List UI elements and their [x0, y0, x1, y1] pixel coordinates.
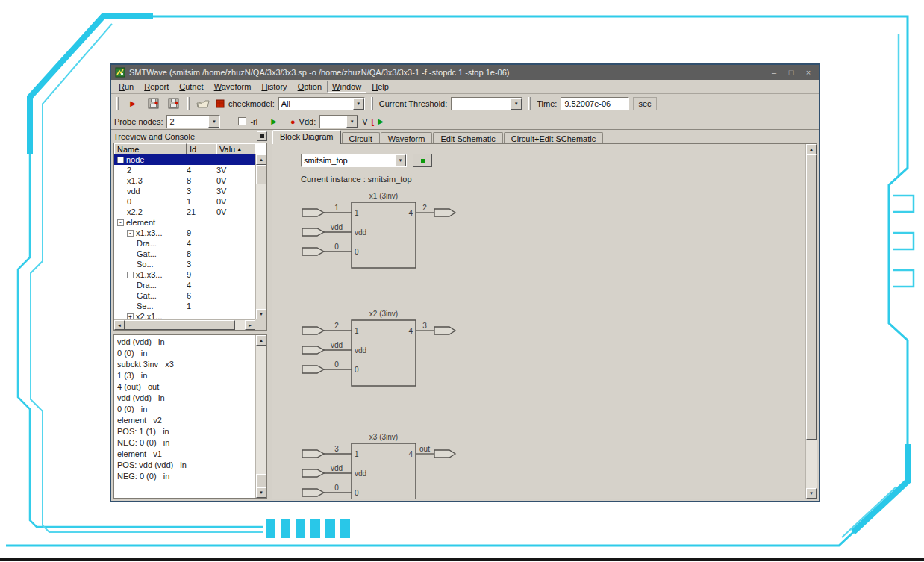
scroll-left-icon[interactable]: ◄	[114, 320, 125, 330]
collapse-icon[interactable]: -	[127, 230, 134, 237]
svg-text:4: 4	[408, 450, 413, 458]
instance-go-button[interactable]	[413, 154, 432, 167]
time-field[interactable]: 9.52007e-06	[561, 97, 629, 110]
block-x1[interactable]: x1 (3inv)11vddvdd0042	[298, 192, 463, 269]
probe-nodes-select[interactable]: 2 ▼	[166, 115, 220, 128]
scroll-up-icon[interactable]: ▲	[256, 335, 266, 346]
scrollbar-thumb[interactable]	[256, 474, 266, 487]
scrollbar-thumb[interactable]	[806, 154, 817, 440]
scroll-up-icon[interactable]: ▲	[806, 144, 817, 154]
threshold-label: Current Threshold:	[379, 99, 448, 108]
tree-vertical-scrollbar[interactable]: ▲ ▼	[255, 154, 266, 319]
menu-item-window[interactable]: Window	[327, 81, 366, 93]
toolbar-grip	[187, 97, 190, 110]
svg-text:1: 1	[355, 450, 359, 458]
record-icon[interactable]: ●	[290, 117, 296, 126]
svg-text:vdd: vdd	[331, 223, 343, 231]
menu-item-report[interactable]: Report	[139, 81, 174, 93]
vdd-play-icon[interactable]: ▶	[378, 117, 384, 125]
scrollbar-thumb[interactable]	[125, 320, 235, 330]
tab-circuit[interactable]: Circuit	[342, 132, 380, 144]
tree-row[interactable]: +x2.x1...	[114, 311, 255, 319]
vdd-select[interactable]: ▼	[319, 115, 358, 128]
scrollbar-thumb[interactable]	[256, 165, 266, 184]
chevron-down-icon[interactable]: ▼	[346, 116, 358, 128]
tree-row[interactable]: Dra...4	[114, 238, 255, 249]
menu-item-cutnet[interactable]: Cutnet	[174, 81, 208, 93]
close-button[interactable]: ×	[802, 66, 815, 78]
toolbar-grip	[371, 97, 373, 110]
tab-block-diagram[interactable]: Block Diagram	[272, 130, 341, 144]
tree-row[interactable]: Se...1	[114, 301, 255, 311]
checkmodel-select[interactable]: All ▼	[278, 97, 365, 110]
tree-row[interactable]: vdd33V	[114, 186, 255, 196]
scroll-down-icon[interactable]: ▼	[806, 488, 817, 499]
toolbar-grip	[528, 97, 531, 110]
console-output[interactable]: vdd (vdd) in0 (0) insubckt 3inv x31 (3) …	[117, 337, 254, 496]
svg-text:2: 2	[422, 204, 427, 212]
tree-row[interactable]: 010V	[114, 196, 255, 207]
block-x2[interactable]: x2 (3inv)21vddvdd0043	[298, 310, 463, 387]
probe-play-icon[interactable]: ▶	[271, 117, 277, 125]
tab-circuit-edit-schematic[interactable]: Circuit+Edit SChematic	[504, 132, 603, 144]
tree-horizontal-scrollbar[interactable]: ◄ ►	[114, 319, 255, 330]
scroll-up-icon[interactable]: ▲	[256, 154, 266, 165]
tree-row[interactable]: 243V	[114, 165, 255, 175]
chevron-down-icon[interactable]: ▼	[208, 116, 219, 128]
panel-pin-button[interactable]	[257, 131, 267, 141]
collapse-icon[interactable]: -	[117, 157, 124, 163]
minimize-button[interactable]: –	[767, 66, 781, 78]
chevron-down-icon[interactable]: ▼	[511, 98, 522, 110]
rl-checkbox[interactable]	[238, 117, 246, 125]
open-folder-icon	[196, 99, 211, 109]
svg-text:0: 0	[334, 360, 339, 369]
tree-row[interactable]: Gat...6	[114, 290, 255, 301]
save-icon	[148, 98, 159, 109]
column-header-value[interactable]: Valu ▲	[216, 143, 255, 154]
tab-edit-schematic[interactable]: Edit Schematic	[433, 132, 502, 144]
tree-row[interactable]: -x1.x3...9	[114, 269, 255, 280]
instance-select[interactable]: smitsim_top ▼	[301, 154, 407, 167]
scroll-down-icon[interactable]: ▼	[256, 487, 266, 498]
tab-waveform[interactable]: Waveform	[381, 132, 433, 144]
tree-row[interactable]: x2.2210V	[114, 207, 255, 217]
tree-row[interactable]: So...3	[114, 259, 255, 269]
tree-row[interactable]: -x1.x3...9	[114, 228, 255, 238]
scroll-down-icon[interactable]: ▼	[256, 309, 266, 319]
open-button[interactable]	[196, 96, 212, 111]
maximize-button[interactable]: □	[784, 66, 798, 78]
collapse-icon[interactable]: -	[117, 219, 124, 226]
title-bar[interactable]: SMTWave (smitsim /home/zhuzN/QA/3x3/3x3.…	[111, 65, 819, 80]
tree-row[interactable]: x1.380V	[114, 175, 255, 186]
chevron-down-icon[interactable]: ▼	[353, 98, 364, 110]
run-button[interactable]: ▶	[125, 96, 141, 111]
save-as-button[interactable]	[165, 96, 181, 111]
scroll-right-icon[interactable]: ►	[245, 320, 255, 330]
svg-text:vdd: vdd	[355, 228, 366, 237]
block-diagram-canvas[interactable]: smitsim_top ▼ Current instance : smitsim…	[272, 143, 817, 499]
svg-text:0: 0	[355, 366, 359, 374]
console-vertical-scrollbar[interactable]: ▲ ▼	[255, 335, 266, 498]
expand-icon[interactable]: +	[127, 313, 134, 320]
save-button[interactable]	[145, 96, 161, 111]
tree-row[interactable]: Dra...4	[114, 280, 255, 290]
menu-item-waveform[interactable]: Waveform	[209, 81, 257, 93]
column-header-name[interactable]: Name	[114, 143, 187, 154]
column-header-id[interactable]: Id	[187, 143, 216, 154]
chevron-down-icon[interactable]: ▼	[395, 154, 406, 166]
svg-text:0: 0	[355, 248, 359, 256]
app-window: SMTWave (smitsim /home/zhuzN/QA/3x3/3x3.…	[110, 63, 820, 502]
menu-item-run[interactable]: Run	[113, 81, 139, 93]
app-icon	[115, 67, 125, 78]
tree-row[interactable]: Gat...8	[114, 249, 255, 259]
diagram-vertical-scrollbar[interactable]: ▲ ▼	[805, 144, 817, 499]
v-unit-label: V	[362, 117, 367, 126]
menu-item-option[interactable]: Option	[293, 81, 327, 93]
menu-item-help[interactable]: Help	[366, 81, 394, 93]
tree-row[interactable]: -element	[114, 217, 255, 228]
collapse-icon[interactable]: -	[127, 272, 134, 278]
tree-row[interactable]: -node	[114, 154, 255, 165]
threshold-select[interactable]: ▼	[451, 97, 522, 110]
menu-item-history[interactable]: History	[256, 81, 292, 93]
block-x3[interactable]: x3 (3inv)31vddvdd004out	[298, 433, 463, 499]
